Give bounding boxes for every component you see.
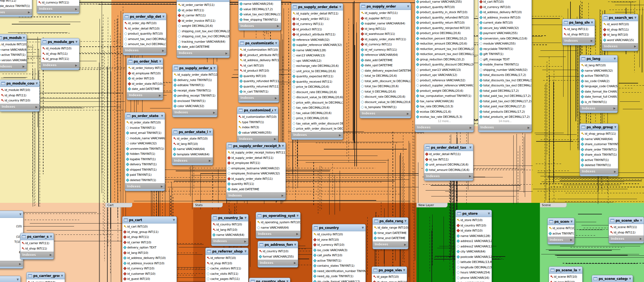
collapse-arrow-icon[interactable]: ▼ — [404, 219, 407, 222]
column-row[interactable]: id_shop INT(11) — [562, 32, 595, 37]
column-row[interactable]: id_supply_order INT(11) — [291, 16, 343, 22]
table-ps_search_word[interactable]: ps_search_word▼id_word INT(10)id_shop IN… — [602, 14, 638, 51]
column-row[interactable]: id_supply_order_state INT(11) — [173, 72, 217, 78]
column-row[interactable]: id_lang INT(10) — [211, 227, 248, 233]
table-ps_lang[interactable]: ps_lang▼id_lang INT(10)name VARCHAR(32)a… — [580, 55, 618, 113]
column-row[interactable]: id_shop_group INT(11) — [580, 131, 618, 137]
column-row[interactable]: id_page INT(10) — [372, 274, 407, 280]
table-header[interactable]: ps_order_slip_detail▼ — [123, 13, 166, 20]
column-row[interactable]: reduction_percent DECIMAL(10,2) — [415, 36, 474, 41]
indexes-bar[interactable]: Indexes▶ — [609, 236, 644, 241]
indexes-bar[interactable]: Indexes▶ — [0, 63, 27, 69]
table-partial[interactable]: ▼id_shop INT(11)enable_device TINYINT(1)… — [0, 0, 32, 17]
collapse-arrow-icon[interactable]: ▼ — [469, 146, 471, 149]
table-ps_date_range[interactable]: ps_date_range▼id_date_range INT(10)time_… — [372, 217, 408, 249]
column-row[interactable]: product_ean13 VARCHAR(13) — [415, 67, 474, 73]
table-header[interactable]: ps_order_state_lang▼ — [172, 129, 213, 135]
expand-arrow-icon[interactable]: ▶ — [28, 11, 30, 14]
expand-arrow-icon[interactable]: ▶ — [296, 232, 298, 235]
column-row[interactable]: product_quantity INT(10) — [123, 31, 166, 36]
column-row[interactable]: total_paid DECIMAL(17,2) — [478, 88, 532, 94]
column-row[interactable]: total_with_discount_te DECIMAL(20,6) — [360, 79, 411, 84]
column-row[interactable]: id_supply_order_detail INT(11) — [226, 155, 286, 161]
table-ps_address_format[interactable]: ps_address_format▼id_country INT(10)form… — [258, 241, 298, 268]
collapse-arrow-icon[interactable]: ▼ — [282, 144, 284, 147]
collapse-arrow-icon[interactable]: ▼ — [297, 214, 299, 217]
column-row[interactable]: share_customer TINYINT(1) — [580, 142, 618, 147]
column-row[interactable]: secure_key VARCHAR(32) — [478, 25, 532, 31]
table-partial[interactable]: ▼id_order_carrier INT(11)id_order INT(11… — [177, 0, 230, 58]
column-row[interactable]: quantity_refunded INT(11) — [239, 79, 279, 84]
expand-arrow-icon[interactable]: ▶ — [634, 45, 636, 48]
expand-arrow-icon[interactable]: ▶ — [275, 97, 277, 100]
column-row[interactable]: date_format_lite CHAR(32) — [580, 89, 617, 94]
table-header[interactable]: ps_scene▼ — [548, 218, 574, 225]
table-partial[interactable]: ▼id_cart INT(10)id_currency INT(10)id_ad… — [478, 0, 532, 132]
expand-arrow-icon[interactable]: ▶ — [404, 243, 406, 246]
column-row[interactable]: in_cart TINYINT(1) — [239, 89, 279, 94]
column-row[interactable]: total_paid_real DECIMAL(17,2) — [478, 104, 532, 109]
column-row[interactable]: iso_code CHAR(2) — [580, 79, 617, 84]
column-row[interactable]: id_carrier INT(11) — [177, 13, 229, 18]
table-ps_order_state_lang[interactable]: ps_order_state_lang▼id_order_state INT(1… — [172, 128, 213, 165]
expand-arrow-icon[interactable]: ▶ — [162, 49, 164, 52]
column-row[interactable]: template VARCHAR(64) — [172, 152, 213, 157]
column-row[interactable]: id_supply_order_state INT(11) — [360, 37, 411, 42]
indexes-bar[interactable]: Indexes▶ — [548, 237, 574, 243]
column-row[interactable]: id_supply_order_state INT(11) — [226, 176, 286, 182]
column-row[interactable]: id_operating_system INT(10) — [256, 220, 300, 225]
table-ps_country_shop[interactable]: ps_country_shop▼ — [249, 278, 290, 282]
column-row[interactable]: name VARCHAR(128) — [291, 48, 343, 53]
column-row[interactable]: total_paid_tax_excl DECIMAL(17,2) — [478, 99, 532, 104]
collapse-arrow-icon[interactable]: ▼ — [629, 277, 631, 280]
column-row[interactable] — [0, 229, 23, 234]
table-header[interactable]: ps_shop_group▼ — [580, 124, 618, 131]
table-partial[interactable]: ▼product_name VARCHAR(255)product_quanti… — [415, 0, 474, 132]
column-row[interactable]: city VARCHAR(64) — [456, 249, 492, 254]
table-header[interactable]: ps_carrier_group▼ — [27, 272, 65, 279]
column-row[interactable]: id_currency INT(10) — [312, 242, 365, 248]
column-row[interactable]: id_tax INT(11) — [424, 157, 473, 162]
column-row[interactable]: product_supplier_reference VARCHAR(32) — [415, 83, 474, 88]
column-row[interactable] — [0, 218, 23, 224]
column-row[interactable]: shipping_cost_tax_excl DECIMAL(20,6) — [177, 29, 229, 34]
column-row[interactable]: discount_value_te DECIMAL(20,6) — [291, 95, 343, 100]
column-row[interactable]: price_with_order_discount_te DECIMAL(20,… — [291, 126, 343, 131]
indexes-bar[interactable]: Indexes▶ — [211, 238, 248, 244]
expand-arrow-icon[interactable]: ▶ — [281, 194, 284, 197]
expand-arrow-icon[interactable]: ▶ — [407, 112, 409, 115]
indexes-bar[interactable]: Indexes▶ — [226, 192, 286, 198]
column-row[interactable]: module_name VARCHAR(255) — [125, 136, 165, 141]
column-row[interactable]: name VARCHAR(32) — [580, 68, 617, 74]
layer-tab-scene[interactable]: Scene — [540, 203, 567, 207]
collapse-arrow-icon[interactable]: ▼ — [640, 219, 642, 222]
column-row[interactable]: product_weight DECIMAL(20,6) — [415, 88, 474, 94]
column-row[interactable]: deleted TINYINT(1) — [580, 163, 618, 168]
column-row[interactable]: total_ti DECIMAL(20,6) — [360, 89, 411, 94]
column-row[interactable]: reduction_amount DECIMAL(20,6) — [415, 41, 474, 46]
column-row[interactable]: invoice TINYINT(1) — [125, 125, 165, 131]
column-row[interactable]: id_address_invoice INT(10) — [122, 261, 177, 266]
indexes-bar[interactable]: Indexes▶ — [291, 132, 343, 138]
column-row[interactable]: id_customization INT(10) — [239, 47, 279, 53]
column-row[interactable]: cache_visits INT(11) — [206, 271, 248, 277]
column-row[interactable]: phone VARCHAR(16) — [456, 275, 492, 281]
column-row[interactable]: contains_states TINYINT(1) — [312, 263, 365, 269]
column-row[interactable]: shipped TINYINT(1) — [125, 167, 165, 173]
column-row[interactable]: index INT(3) — [237, 125, 278, 130]
table-ps_order_detail_tax[interactable]: ps_order_detail_tax▼id_order_detail INT(… — [424, 144, 473, 181]
table-header[interactable]: ps_scene_category▼ — [592, 275, 633, 282]
table-header[interactable]: ps_scene_lang▼ — [549, 267, 582, 274]
column-row[interactable]: time_end DATETIME — [373, 236, 408, 241]
table-header[interactable]: ps_supply_order▼ — [360, 3, 411, 10]
table-partial[interactable]: ▼ — [0, 276, 21, 282]
table-ps_carrier_shop[interactable]: ps_carrier_shop▼id_carrier INT(11)id_sho… — [20, 233, 54, 259]
column-row[interactable]: id_order_state INT(10) — [172, 136, 213, 141]
column-row[interactable]: id_product_attribute INT(11) — [291, 32, 343, 37]
indexes-bar[interactable]: Indexes▶ — [37, 6, 79, 12]
expand-arrow-icon[interactable]: ▶ — [469, 175, 471, 178]
collapse-arrow-icon[interactable]: ▼ — [274, 109, 276, 112]
column-row[interactable]: product_name VARCHAR(255) — [415, 0, 474, 5]
collapse-arrow-icon[interactable]: ▼ — [161, 114, 163, 117]
column-row[interactable]: shipping_cost_tax_incl DECIMAL(20,6) — [177, 34, 229, 39]
